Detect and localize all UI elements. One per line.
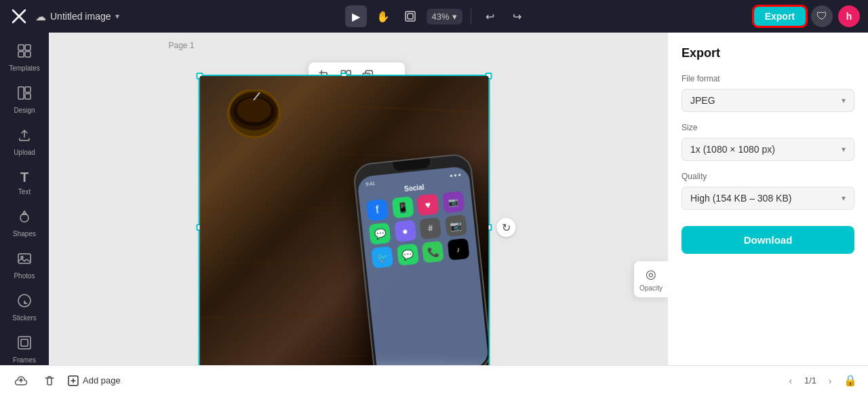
stickers-label: Stickers xyxy=(12,314,37,322)
svg-rect-9 xyxy=(25,87,31,92)
topbar-right: Export 🛡 h xyxy=(754,5,860,27)
svg-rect-10 xyxy=(25,94,31,99)
size-value: 1x (1080 × 1080 px) xyxy=(690,144,775,155)
svg-rect-3 xyxy=(408,14,413,19)
user-avatar[interactable]: h xyxy=(838,5,860,27)
text-icon: T xyxy=(20,170,28,185)
shapes-icon xyxy=(17,209,32,227)
quality-chevron-icon: ▾ xyxy=(842,193,846,203)
file-info[interactable]: ☁ Untitled image ▾ xyxy=(35,10,119,23)
file-format-value: JPEG xyxy=(690,95,715,106)
undo-button[interactable]: ↩ xyxy=(479,5,501,27)
sidebar-item-upload[interactable]: Upload xyxy=(4,122,45,162)
frame-tool-button[interactable] xyxy=(399,5,421,27)
coffee-cup xyxy=(220,90,288,157)
size-label: Size xyxy=(682,123,854,132)
stickers-icon xyxy=(17,293,32,312)
size-chevron-icon: ▾ xyxy=(842,145,846,154)
page-label: Page 1 xyxy=(169,41,195,50)
photos-label: Photos xyxy=(14,272,35,280)
templates-icon xyxy=(17,43,32,62)
next-page-button[interactable]: › xyxy=(822,373,838,389)
main-area: Templates Design Upload T T xyxy=(0,33,868,365)
opacity-icon: ◎ xyxy=(646,267,656,282)
frames-label: Frames xyxy=(13,356,36,364)
sidebar-item-stickers[interactable]: Stickers xyxy=(4,288,45,327)
file-format-chevron-icon: ▾ xyxy=(842,96,846,105)
export-panel: Export File format JPEG ▾ Size 1x (1080 … xyxy=(668,33,868,365)
svg-rect-12 xyxy=(18,254,31,263)
sidebar-item-text[interactable]: T Text xyxy=(4,164,45,201)
sidebar-item-design[interactable]: Design xyxy=(4,80,45,119)
opacity-label: Opacity xyxy=(639,284,663,292)
cursor-tool-button[interactable]: ▶ xyxy=(345,5,367,27)
upload-label: Upload xyxy=(14,149,35,156)
sidebar-item-templates[interactable]: Templates xyxy=(4,38,45,77)
delete-page-button[interactable] xyxy=(39,371,60,391)
svg-rect-15 xyxy=(21,339,28,346)
svg-rect-14 xyxy=(18,337,31,349)
svg-point-25 xyxy=(237,98,271,122)
size-select[interactable]: 1x (1080 × 1080 px) ▾ xyxy=(682,138,854,161)
lock-icon[interactable]: 🔒 xyxy=(844,374,857,387)
text-label: Text xyxy=(18,188,31,195)
rotate-handle[interactable]: ↻ xyxy=(496,218,515,237)
add-page-button[interactable]: Add page xyxy=(68,375,121,386)
canvas-area[interactable]: Page 1 xyxy=(49,33,668,365)
redo-button[interactable]: ↪ xyxy=(507,5,528,27)
upload-icon xyxy=(17,128,32,146)
cloud-icon: ☁ xyxy=(35,10,46,23)
sidebar-item-photos[interactable]: Photos xyxy=(4,246,45,285)
svg-rect-4 xyxy=(18,45,24,50)
svg-rect-6 xyxy=(18,52,24,57)
canvas-frame[interactable]: ↻ xyxy=(198,75,490,365)
svg-point-11 xyxy=(20,214,28,222)
file-name: Untitled image xyxy=(50,11,111,22)
shapes-label: Shapes xyxy=(13,230,36,238)
frames-icon xyxy=(17,335,32,354)
quality-label: Quality xyxy=(682,172,854,181)
quality-select[interactable]: High (154 KB – 308 KB) ▾ xyxy=(682,187,854,210)
topbar: ☁ Untitled image ▾ ▶ ✋ 43% ▾ ↩ ↪ Export … xyxy=(0,0,868,33)
hand-tool-button[interactable]: ✋ xyxy=(372,5,394,27)
svg-point-13 xyxy=(21,257,23,259)
svg-rect-7 xyxy=(25,52,31,57)
toolbar-divider xyxy=(471,8,471,24)
opacity-panel[interactable]: ◎ Opacity xyxy=(634,261,668,297)
prev-page-button[interactable]: ‹ xyxy=(783,373,799,389)
sidebar-item-frames[interactable]: Frames xyxy=(4,330,45,365)
export-panel-title: Export xyxy=(682,46,854,60)
add-page-label: Add page xyxy=(83,375,121,385)
bottom-right: ‹ 1/1 › 🔒 xyxy=(783,373,857,389)
left-sidebar: Templates Design Upload T T xyxy=(0,33,49,365)
templates-label: Templates xyxy=(9,64,40,72)
phone-mockup: 9:41● ● ● Social f 📱 ♥ 📷 💬 ● # xyxy=(352,153,488,365)
zoom-level: 43% xyxy=(432,12,450,22)
sidebar-item-shapes[interactable]: Shapes xyxy=(4,204,45,243)
file-format-select[interactable]: JPEG ▾ xyxy=(682,89,854,112)
canvas-image: 9:41● ● ● Social f 📱 ♥ 📷 💬 ● # xyxy=(199,76,488,365)
logo-icon[interactable] xyxy=(8,5,30,27)
download-button[interactable]: Download xyxy=(682,226,854,254)
file-format-label: File format xyxy=(682,74,854,83)
design-icon xyxy=(17,86,32,104)
svg-rect-2 xyxy=(406,12,415,21)
bottom-bar: Add page ‹ 1/1 › 🔒 xyxy=(0,365,868,395)
page-indicator: 1/1 xyxy=(804,375,816,385)
zoom-chevron-icon: ▾ xyxy=(452,12,457,22)
zoom-control[interactable]: 43% ▾ xyxy=(427,9,462,24)
quality-value: High (154 KB – 308 KB) xyxy=(690,193,791,204)
photos-icon xyxy=(17,251,32,269)
design-label: Design xyxy=(14,107,35,114)
file-chevron-icon: ▾ xyxy=(115,12,119,21)
export-button[interactable]: Export xyxy=(754,7,806,26)
topbar-center-tools: ▶ ✋ 43% ▾ ↩ ↪ xyxy=(125,5,749,27)
shield-icon[interactable]: 🛡 xyxy=(811,5,833,27)
svg-rect-5 xyxy=(25,45,31,50)
save-to-cloud-button[interactable] xyxy=(11,371,31,391)
svg-rect-8 xyxy=(18,87,24,99)
